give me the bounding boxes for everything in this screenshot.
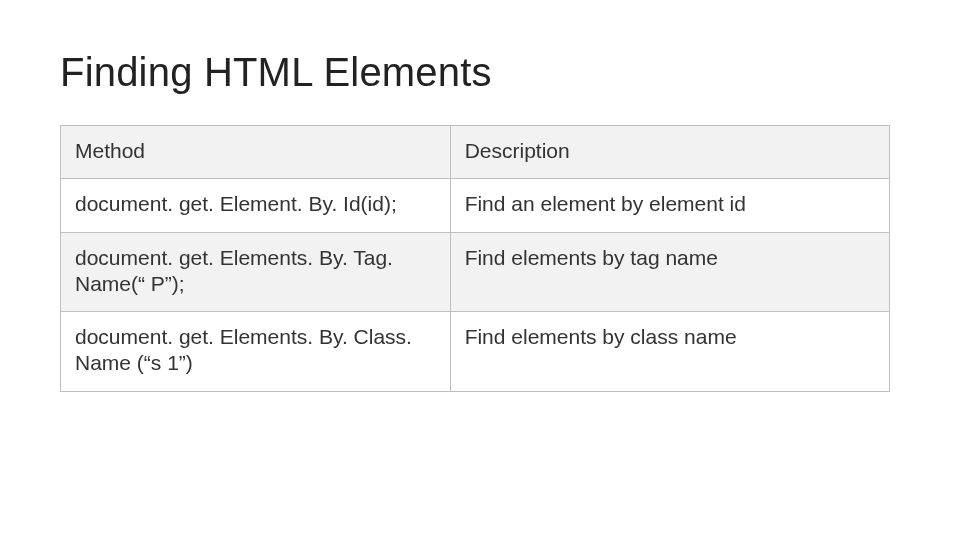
cell-method: document. get. Elements. By. Class. Name… <box>61 312 451 392</box>
methods-table: Method Description document. get. Elemen… <box>60 125 890 392</box>
cell-description: Find elements by tag name <box>450 232 889 312</box>
cell-method: document. get. Elements. By. Tag. Name(“… <box>61 232 451 312</box>
table-row: document. get. Elements. By. Class. Name… <box>61 312 890 392</box>
header-method: Method <box>61 126 451 179</box>
page-title: Finding HTML Elements <box>60 50 900 95</box>
table-row: document. get. Elements. By. Tag. Name(“… <box>61 232 890 312</box>
slide: Finding HTML Elements Method Description… <box>0 0 960 540</box>
cell-description: Find elements by class name <box>450 312 889 392</box>
cell-method: document. get. Element. By. Id(id); <box>61 179 451 232</box>
header-description: Description <box>450 126 889 179</box>
cell-description: Find an element by element id <box>450 179 889 232</box>
table-header-row: Method Description <box>61 126 890 179</box>
table-row: document. get. Element. By. Id(id); Find… <box>61 179 890 232</box>
